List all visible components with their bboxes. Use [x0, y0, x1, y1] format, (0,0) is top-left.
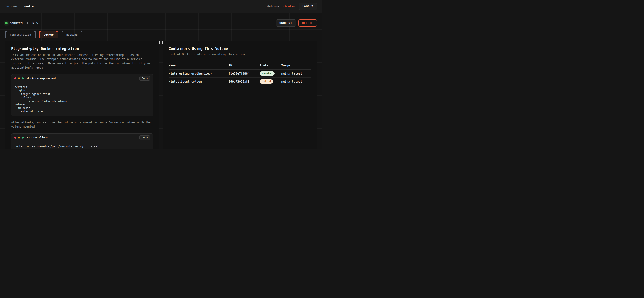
top-right-area: Welcome, nicolas LOGOUT: [267, 3, 317, 10]
welcome-prefix: Welcome,: [267, 5, 281, 8]
traffic-light-yellow-icon: [18, 77, 20, 79]
containers-panel: Containers Using This Volume List of Doc…: [163, 41, 317, 149]
tab-bracket-right: [80, 31, 82, 38]
column-header-image: Image: [281, 61, 311, 69]
panel-corner-icon: [5, 41, 8, 43]
username-text: nicolas: [283, 5, 295, 8]
tab-docker-label: Docker: [44, 33, 54, 36]
tab-backups[interactable]: Backups: [62, 31, 82, 38]
volume-status: Mounted NFS: [5, 21, 38, 25]
fs-type: NFS: [27, 21, 38, 25]
cli-alt-description: Alternatively, you can use the following…: [11, 120, 153, 129]
cli-code-header: CLI one-liner Copy: [11, 134, 153, 142]
cli-block-title: CLI one-liner: [27, 136, 48, 139]
docker-panel-title: Plug-and-play Docker integration: [11, 47, 153, 51]
breadcrumb-volumes-link[interactable]: Volumes: [6, 5, 18, 8]
panel-corner-icon: [314, 41, 317, 43]
tab-bracket-right: [56, 31, 58, 38]
container-state: exited: [260, 78, 281, 85]
status-row: Mounted NFS UNMOUNT DELETE: [5, 13, 317, 27]
delete-button[interactable]: DELETE: [298, 19, 317, 27]
table-row: /interesting_grothendieck f1e73e7f3884 r…: [169, 70, 311, 78]
status-badge: running: [260, 71, 275, 76]
container-image: nginx:latest: [281, 78, 311, 85]
traffic-light-green-icon: [22, 77, 24, 79]
traffic-light-red-icon: [14, 77, 16, 79]
tab-backups-label: Backups: [66, 33, 78, 36]
tab-docker[interactable]: Docker: [39, 31, 58, 38]
tab-configuration-label: Configuration: [10, 33, 31, 36]
docker-integration-panel: Plug-and-play Docker integration This vo…: [5, 41, 159, 149]
container-id: f1e73e7f3884: [228, 70, 260, 77]
volume-actions: UNMOUNT DELETE: [276, 19, 317, 27]
traffic-light-green-icon: [22, 137, 24, 139]
compose-code-header: docker-compose.yml Copy: [11, 74, 153, 83]
panels-row: Plug-and-play Docker integration This vo…: [5, 41, 317, 149]
containers-panel-subtitle: List of Docker containers mounting this …: [169, 53, 311, 56]
mounted-status-dot-icon: [5, 22, 8, 24]
panel-corner-icon: [162, 41, 165, 43]
containers-panel-title: Containers Using This Volume: [169, 47, 311, 51]
container-name: /interesting_grothendieck: [169, 70, 228, 77]
compose-code-block: docker-compose.yml Copy services: nginx:…: [11, 74, 153, 116]
chevron-right-icon: [20, 5, 22, 8]
top-bar: Volumes media Welcome, nicolas LOGOUT: [0, 0, 322, 13]
cli-code-block: CLI one-liner Copy docker run -v im-medi…: [11, 133, 153, 149]
main-content: Mounted NFS UNMOUNT DELETE: [0, 13, 322, 149]
tab-bracket-left: [5, 31, 7, 38]
compose-filename: docker-compose.yml: [27, 77, 56, 80]
mounted-status: Mounted: [5, 21, 22, 25]
container-image: nginx:latest: [281, 70, 311, 77]
tab-configuration[interactable]: Configuration: [5, 31, 36, 38]
compose-code-content: services: nginx: image: nginx:latest vol…: [11, 83, 153, 116]
container-id: 069e73016a88: [228, 78, 260, 85]
cli-copy-button[interactable]: Copy: [139, 135, 150, 140]
containers-table: Name ID State Image /interesting_grothen…: [169, 61, 311, 85]
panel-corner-icon: [157, 41, 160, 43]
fs-type-label: NFS: [32, 21, 38, 25]
logout-button[interactable]: LOGOUT: [299, 3, 317, 10]
traffic-light-red-icon: [14, 137, 16, 139]
docker-panel-description: This volume can be used in your Docker C…: [11, 53, 152, 70]
welcome-text: Welcome, nicolas: [267, 5, 295, 8]
tab-bar: Configuration Docker Backups: [5, 31, 317, 38]
breadcrumb-current: media: [24, 4, 34, 8]
column-header-name: Name: [169, 61, 228, 69]
column-header-id: ID: [228, 61, 260, 69]
mounted-status-label: Mounted: [10, 21, 22, 25]
compose-copy-button[interactable]: Copy: [139, 76, 150, 81]
container-state: running: [260, 70, 281, 77]
unmount-button[interactable]: UNMOUNT: [276, 19, 296, 27]
table-row: /intelligent_colden 069e73016a88 exited …: [169, 78, 311, 85]
cli-code-content: docker run -v im-media:/path/in/containe…: [11, 142, 153, 149]
tab-bracket-right: [34, 31, 36, 38]
containers-table-body: /interesting_grothendieck f1e73e7f3884 r…: [169, 70, 311, 85]
traffic-light-yellow-icon: [18, 137, 20, 139]
tab-bracket-left: [62, 31, 64, 38]
container-name: /intelligent_colden: [169, 78, 228, 85]
server-icon: [27, 21, 30, 25]
status-badge: exited: [260, 79, 273, 84]
containers-table-header: Name ID State Image: [169, 61, 311, 70]
column-header-state: State: [260, 61, 281, 69]
tab-bracket-left: [39, 31, 41, 38]
breadcrumb: Volumes media: [6, 4, 34, 8]
